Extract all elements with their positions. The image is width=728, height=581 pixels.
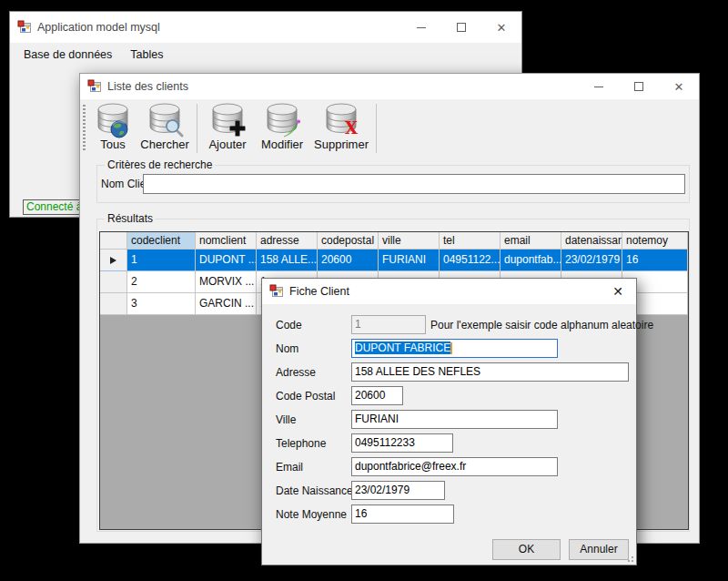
note-moyenne-value: 16 <box>355 507 367 520</box>
svg-text:X: X <box>345 118 358 138</box>
close-button[interactable]: ✕ <box>659 74 699 99</box>
app-window-titlebar[interactable]: Application model mysql ✕ <box>10 12 521 43</box>
winforms-app-icon <box>269 284 284 299</box>
toolbar: Tous Chercher <box>80 99 699 157</box>
cell-nomclient[interactable]: GARCIN ... <box>196 293 257 315</box>
fiche-client-title: Fiche Client <box>289 285 349 298</box>
cell-nomclient[interactable]: MORVIX ... <box>196 271 257 293</box>
menu-item-base-de-donnees[interactable]: Base de données <box>15 45 121 65</box>
code-postal-label: Code Postal <box>276 390 335 403</box>
search-criteria-groupbox: Critères de recherche Nom Client <box>96 165 690 203</box>
maximize-icon <box>634 82 643 91</box>
column-header-email[interactable]: email <box>500 232 561 250</box>
minimize-button[interactable] <box>401 12 441 43</box>
toolbar-grip[interactable] <box>83 105 86 152</box>
nom-label: Nom <box>276 342 298 355</box>
minimize-button[interactable] <box>579 74 619 99</box>
supprimer-button[interactable]: X Supprimer <box>310 102 372 155</box>
cell-datenaissance[interactable]: 23/02/1979 <box>561 250 622 271</box>
modifier-button[interactable]: Modifier <box>254 102 310 155</box>
field-row-code-postal: Code Postal 20600 <box>262 386 636 406</box>
cell-ville[interactable]: FURIANI <box>379 250 440 271</box>
cell-adresse[interactable]: 158 ALLE... <box>257 250 318 271</box>
email-input[interactable]: dupontfabrice@freex.fr <box>351 457 558 476</box>
chercher-button[interactable]: Chercher <box>136 102 193 155</box>
supprimer-label: Supprimer <box>314 138 369 151</box>
cancel-button[interactable]: Annuler <box>569 539 629 560</box>
column-header-nomclient[interactable]: nomclient <box>196 232 257 250</box>
cell-codeclient[interactable]: 1 <box>127 250 196 271</box>
date-naissance-value: 23/02/1979 <box>355 484 410 496</box>
column-header-codepostal[interactable]: codepostal <box>318 232 379 250</box>
code-postal-value: 20600 <box>355 389 385 402</box>
fiche-client-titlebar[interactable]: Fiche Client ✕ <box>262 279 636 304</box>
field-row-ville: Ville FURIANI <box>262 410 636 430</box>
telephone-value: 0495112233 <box>355 436 415 449</box>
table-row[interactable]: 1 DUPONT ... 158 ALLE... 20600 FURIANI 0… <box>100 250 688 271</box>
code-value: 1 <box>355 318 361 331</box>
winforms-app-icon <box>87 79 102 94</box>
date-naissance-input[interactable]: 23/02/1979 <box>351 481 445 500</box>
field-row-adresse: Adresse 158 ALLEE DES NEFLES <box>262 362 636 382</box>
email-value: dupontfabrice@freex.fr <box>355 460 466 473</box>
delete-x-icon: X <box>341 118 361 138</box>
tous-label: Tous <box>100 138 125 151</box>
tous-button[interactable]: Tous <box>89 102 136 155</box>
telephone-input[interactable]: 0495112233 <box>351 433 453 453</box>
ville-value: FURIANI <box>355 413 399 425</box>
cell-notemoy[interactable]: 16 <box>622 250 688 271</box>
close-button[interactable]: ✕ <box>481 12 521 43</box>
date-naissance-label: Date Naissance <box>276 484 353 497</box>
maximize-button[interactable] <box>619 74 659 99</box>
menu-bar: Base de données Tables <box>10 43 521 66</box>
grid-corner-cell[interactable] <box>100 232 127 250</box>
nom-value: DUPONT FABRICE <box>355 341 450 354</box>
note-moyenne-input[interactable]: 16 <box>351 505 454 524</box>
cell-codepostal[interactable]: 20600 <box>318 250 379 271</box>
row-selector-cell[interactable] <box>100 293 127 315</box>
field-row-nom: Nom DUPONT FABRICE <box>262 339 636 359</box>
column-header-tel[interactable]: tel <box>440 232 500 250</box>
column-header-datenaissance[interactable]: datenaissance <box>561 232 622 250</box>
column-header-notemoy[interactable]: notemoy <box>622 232 688 250</box>
adresse-value: 158 ALLEE DES NEFLES <box>355 365 480 378</box>
winforms-app-icon <box>17 20 32 35</box>
close-button[interactable]: ✕ <box>600 279 636 304</box>
code-label: Code <box>276 319 302 331</box>
chercher-label: Chercher <box>140 138 188 151</box>
close-icon: ✕ <box>497 22 507 34</box>
column-header-codeclient[interactable]: codeclient <box>127 232 196 250</box>
resize-grip[interactable] <box>625 554 633 562</box>
column-header-ville[interactable]: ville <box>379 232 440 250</box>
add-plus-icon <box>228 118 248 138</box>
current-row-arrow-icon <box>110 257 116 264</box>
note-moyenne-label: Note Moyenne <box>276 508 347 521</box>
close-icon: ✕ <box>674 81 684 93</box>
adresse-input[interactable]: 158 ALLEE DES NEFLES <box>351 362 629 382</box>
row-selector-cell[interactable] <box>100 271 127 293</box>
search-icon <box>165 118 185 138</box>
ajouter-button[interactable]: Ajouter <box>201 102 254 155</box>
field-row-date-naissance: Date Naissance 23/02/1979 <box>262 481 636 501</box>
client-list-titlebar[interactable]: Liste des clients ✕ <box>80 74 699 99</box>
cell-nomclient[interactable]: DUPONT ... <box>196 250 257 271</box>
nom-input[interactable]: DUPONT FABRICE <box>351 339 558 358</box>
row-selector-cell[interactable] <box>100 250 127 271</box>
fiche-client-body: Code 1 Pour l'exemple saisir code alphan… <box>262 304 636 565</box>
code-postal-input[interactable]: 20600 <box>351 386 403 405</box>
column-header-adresse[interactable]: adresse <box>257 232 318 250</box>
minimize-icon <box>417 27 426 28</box>
menu-item-tables[interactable]: Tables <box>121 45 172 65</box>
cell-codeclient[interactable]: 2 <box>127 271 196 293</box>
nom-client-input[interactable] <box>143 174 685 194</box>
cell-codeclient[interactable]: 3 <box>127 293 196 315</box>
ville-input[interactable]: FURIANI <box>351 410 558 429</box>
cell-tel[interactable]: 04951122... <box>440 250 500 271</box>
ok-button[interactable]: OK <box>492 539 561 560</box>
maximize-button[interactable] <box>441 12 481 43</box>
toolbar-separator <box>376 104 377 153</box>
field-row-note-moyenne: Note Moyenne 16 <box>262 505 636 525</box>
cell-email[interactable]: dupontfab... <box>500 250 561 271</box>
close-icon: ✕ <box>612 285 623 298</box>
field-row-telephone: Telephone 0495112233 <box>262 433 636 454</box>
